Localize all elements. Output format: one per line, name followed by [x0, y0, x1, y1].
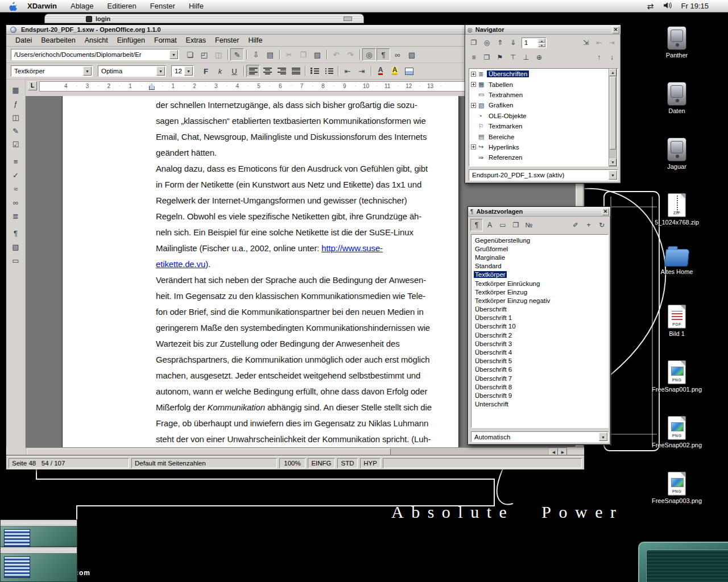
save-document-icon[interactable]: ◫: [212, 48, 225, 61]
hyperlink-mode-field[interactable]: HYP: [360, 458, 380, 468]
format-icon[interactable]: [336, 65, 340, 77]
nonprinting-characters-icon[interactable]: ¶: [9, 226, 23, 240]
numbering-styles-icon[interactable]: №: [523, 219, 535, 231]
dropdown-arrow-icon[interactable]: ▼: [169, 50, 178, 59]
window-shade-widget[interactable]: [344, 16, 352, 21]
selection-mode-field[interactable]: STD: [337, 458, 358, 468]
scroll-left-icon[interactable]: ◀: [549, 448, 558, 455]
toolbar-icon[interactable]: [226, 48, 230, 61]
navigator-tree-item[interactable]: ▧ Grafiken: [469, 100, 609, 110]
scroll-up-icon[interactable]: ▲: [609, 69, 617, 76]
align-right-icon[interactable]: [275, 65, 288, 77]
os-menu-item[interactable]: Hilfe: [182, 0, 210, 13]
navigator-tree-item[interactable]: ≣ Überschriften: [469, 69, 609, 79]
expand-icon[interactable]: [471, 82, 476, 87]
edit-file-icon[interactable]: ✎: [230, 48, 244, 61]
undo-icon[interactable]: ↶: [329, 48, 343, 61]
style-list-item[interactable]: Überschrift 4: [471, 348, 608, 356]
demote-level-icon[interactable]: ⇥: [606, 36, 618, 49]
tab-type-button[interactable]: L: [28, 81, 37, 90]
desktop-icon[interactable]: Jaguar: [647, 138, 706, 171]
content-view-icon[interactable]: ◎: [481, 36, 493, 49]
style-list-item[interactable]: Überschrift 1: [471, 314, 608, 322]
menu-item[interactable]: Format: [150, 35, 181, 47]
style-list-item[interactable]: Überschrift 7: [471, 374, 608, 383]
navigator-tree-item[interactable]: ⇒ Referenzen: [469, 152, 609, 163]
os-menu-item[interactable]: Ablage: [64, 0, 100, 13]
insert-mode-field[interactable]: EINFG: [308, 458, 335, 468]
scroll-down-icon[interactable]: ▼: [609, 159, 617, 166]
zoom-field[interactable]: 100%: [279, 458, 305, 468]
autotext-icon[interactable]: ≡: [9, 155, 23, 168]
paragraph-styles-icon[interactable]: ¶: [470, 219, 483, 231]
menu-item[interactable]: Extras: [181, 35, 210, 47]
anchor-text-icon[interactable]: ⊕: [533, 51, 545, 64]
list-box-onoff-icon[interactable]: ❐: [468, 36, 480, 49]
insert-objects-icon[interactable]: ◫: [9, 110, 23, 124]
tree-scrollbar[interactable]: ▲ ▼: [609, 68, 617, 167]
horizontal-ruler[interactable]: 4321 12345678910111213: [39, 81, 481, 92]
window-close-ball[interactable]: [10, 27, 16, 33]
horizontal-scrollbar[interactable]: ◀ ▶: [26, 447, 567, 456]
style-list-item[interactable]: Überschrift 9: [471, 391, 608, 400]
open-document-icon[interactable]: ◰: [197, 48, 211, 61]
style-list-item[interactable]: Überschrift 8: [471, 383, 608, 391]
style-list-item[interactable]: Textkörper Einrückung: [471, 279, 608, 288]
navigator-tree-item[interactable]: ▤ Bereiche: [469, 131, 609, 142]
dropdown-arrow-icon[interactable]: ▼: [156, 66, 165, 76]
format-icon[interactable]: [303, 65, 307, 77]
bold-icon[interactable]: F: [199, 65, 213, 77]
dropdown-arrow-icon[interactable]: ▼: [599, 433, 607, 441]
insert-fields-icon[interactable]: ƒ: [9, 97, 23, 110]
tree-scroll-thumb[interactable]: [610, 77, 616, 149]
apple-menu-icon[interactable]: [9, 2, 17, 11]
menu-item[interactable]: Hilfe: [243, 35, 267, 47]
desktop-icon[interactable]: PNG FreeSnap001.png: [647, 360, 706, 393]
toolbar-icon[interactable]: [325, 48, 329, 61]
style-list-item[interactable]: Überschrift: [471, 305, 608, 314]
keyboard-layout-icon[interactable]: ⇄: [647, 2, 654, 11]
horizontal-scroll-thumb[interactable]: [27, 448, 391, 455]
url-field[interactable]: /Users/erichoch/Documents/Diplomarbeit/E…: [11, 49, 179, 60]
update-style-icon[interactable]: ↻: [595, 219, 608, 231]
style-list-item[interactable]: Marginalie: [471, 253, 608, 261]
reminder-icon[interactable]: ⚑: [494, 51, 506, 64]
navigator-tree-item[interactable]: ⚐ Textmarken: [469, 121, 609, 131]
background-color-icon[interactable]: [402, 65, 416, 77]
style-list-item[interactable]: Textkörper Einzug: [471, 288, 608, 296]
data-sources-icon[interactable]: ≣: [9, 209, 23, 223]
promote-level-icon[interactable]: ⇤: [593, 36, 605, 49]
paste-icon[interactable]: ▨: [311, 48, 324, 61]
menubar-clock[interactable]: Fr 19:15: [681, 2, 709, 10]
new-document-icon[interactable]: ❏: [183, 48, 197, 61]
auto-spellcheck-icon[interactable]: ≈: [9, 182, 23, 196]
footer-icon[interactable]: ⊥: [520, 51, 532, 64]
copy-icon[interactable]: ❐: [296, 48, 310, 61]
navigator-tree-item[interactable]: ▦ Tabellen: [469, 79, 609, 89]
menu-item[interactable]: Bearbeiten: [36, 35, 80, 47]
spellcheck-icon[interactable]: ✓: [9, 168, 23, 182]
hyperlink-icon[interactable]: ∞: [391, 48, 404, 61]
navigator-document-select[interactable]: Endspurt-20_PDF_1.sxw (aktiv) ▼: [469, 169, 618, 181]
desktop-icon[interactable]: ZIP 5_1024x768.zip: [647, 193, 706, 226]
expand-icon[interactable]: [471, 72, 476, 77]
expand-icon[interactable]: [471, 144, 476, 149]
online-layout-icon[interactable]: ▭: [9, 253, 23, 267]
increase-indent-icon[interactable]: ⇥: [355, 65, 369, 77]
previous-object-icon[interactable]: ⇑: [494, 36, 506, 49]
hyperlink-text[interactable]: etikette.de.vu: [156, 259, 205, 269]
align-left-icon[interactable]: [246, 65, 260, 77]
mini-window-titlebar[interactable]: [1, 520, 77, 526]
page-status-field[interactable]: Seite 48 54 / 107: [9, 458, 129, 468]
font-color-icon[interactable]: A: [374, 65, 387, 77]
next-object-icon[interactable]: ⇓: [507, 36, 519, 49]
desktop-icon[interactable]: PNG FreeSnap003.png: [647, 472, 706, 505]
page-number-spinner[interactable]: 1 ▲ ▼: [522, 38, 547, 48]
page-style-field[interactable]: Default mit Seitenzahlen: [131, 458, 277, 468]
page-styles-icon[interactable]: ❐: [510, 219, 522, 231]
stylist-titlebar[interactable]: ¶ Absatzvorlagen ✕: [468, 207, 610, 217]
content-switch-icon[interactable]: ❒: [481, 51, 493, 64]
scroll-right-icon[interactable]: ▶: [559, 448, 567, 455]
style-list-item[interactable]: Überschrift 10: [471, 322, 608, 331]
bullet-list-icon[interactable]: [322, 65, 336, 77]
